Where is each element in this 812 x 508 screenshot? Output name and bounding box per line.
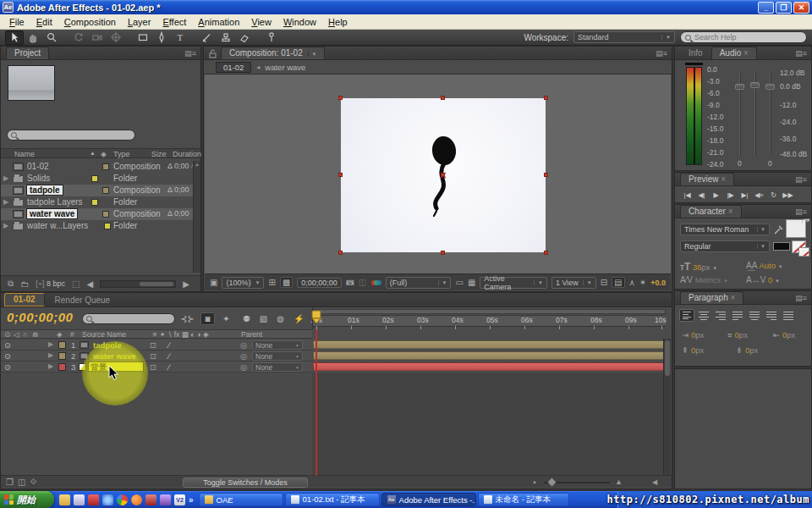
tab-timeline-comp[interactable]: 01-02 (4, 293, 45, 306)
quality-switch[interactable]: ∕ (168, 340, 170, 350)
scroll-left-icon[interactable]: ◀ (652, 478, 657, 486)
folder-quicklaunch-icon[interactable] (59, 494, 70, 505)
breadcrumb-current[interactable]: 01-02 (216, 62, 251, 73)
camera-select[interactable]: Active Camera▼ (480, 277, 547, 289)
panel-menu-icon[interactable]: ▤≡ (795, 294, 807, 302)
align-right-button[interactable] (713, 309, 728, 322)
black-swatch[interactable] (773, 242, 790, 251)
layer-bar-water-wave[interactable] (313, 351, 664, 360)
project-row-selected[interactable]: water wave Composition Δ 0;00 (1, 208, 200, 220)
selection-handle[interactable] (544, 96, 548, 100)
channels-icon[interactable] (370, 279, 381, 287)
audio-slider-value[interactable]: 0 (768, 159, 772, 168)
label-chip[interactable] (58, 352, 66, 360)
quicklaunch-overflow-chevron[interactable]: » (189, 495, 194, 505)
expand-layer-switches-icon[interactable]: ❐ (6, 478, 14, 487)
parent-select[interactable]: None▼ (252, 351, 303, 361)
hide-shy-layers-icon[interactable]: ⚉ (239, 312, 254, 325)
justify-last-right-button[interactable] (764, 309, 779, 322)
parent-select[interactable]: None▼ (252, 340, 303, 350)
align-left-button[interactable] (679, 309, 694, 322)
menu-effect[interactable]: Effect (156, 16, 192, 28)
expand-arrow-icon[interactable]: ▶ (48, 362, 53, 370)
media-player-icon[interactable] (88, 494, 99, 505)
breadcrumb-linked[interactable]: water wave (265, 63, 305, 72)
safe-zones-icon[interactable]: ▩ (280, 277, 293, 288)
menu-layer[interactable]: Layer (122, 16, 157, 28)
label-chip[interactable] (58, 341, 66, 349)
selection-handle[interactable] (338, 96, 343, 100)
label-swatch[interactable] (102, 187, 109, 194)
composition-canvas[interactable] (341, 98, 546, 252)
space-after-field[interactable]: ⇟0px (736, 345, 758, 355)
label-swatch[interactable] (102, 163, 109, 170)
flowchart-icon[interactable]: ⋏ (629, 278, 635, 287)
interpret-footage-icon[interactable]: ⧉ (8, 279, 14, 289)
taskbar-button-oae[interactable]: OAE (199, 493, 283, 506)
expand-inout-icon[interactable]: ⟐ (30, 477, 36, 487)
tab-paragraph[interactable]: Paragraph × (680, 291, 743, 304)
parent-pickwhip-icon[interactable]: ◎ (240, 351, 247, 361)
zoom-slider-handle[interactable] (548, 478, 557, 487)
project-bpc[interactable]: [⌁] 8 bpc (36, 279, 65, 288)
close-button[interactable]: ✕ (793, 2, 809, 14)
app-icon-red[interactable] (145, 494, 156, 505)
layer-row-2[interactable]: ⊙ ▶ 2 water wave ⊡ ∕ ◎ None▼ (1, 351, 312, 362)
eye-icon[interactable]: ⊙ (4, 340, 11, 350)
minimize-button[interactable]: _ (758, 2, 774, 14)
justify-last-left-button[interactable] (730, 309, 745, 322)
swap-colors-icon[interactable] (800, 217, 810, 227)
puppet-pin-tool-icon[interactable] (262, 30, 281, 45)
indent-left-field[interactable]: ⇥0px (682, 330, 704, 340)
menu-file[interactable]: FFileile (3, 16, 30, 28)
clone-stamp-tool-icon[interactable] (217, 30, 235, 45)
label-column-icon[interactable]: ◈ (57, 330, 63, 339)
selection-tool-icon[interactable] (5, 30, 24, 45)
parent-pickwhip-icon[interactable]: ◎ (240, 340, 247, 350)
brush-tool-icon[interactable] (198, 30, 217, 45)
audio-slider-knob[interactable] (765, 84, 775, 90)
tab-character[interactable]: Character × (680, 205, 742, 218)
project-hscrollbar[interactable] (100, 280, 176, 288)
solo-column-icon[interactable]: ○ (23, 330, 27, 339)
playhead-line[interactable] (315, 329, 317, 476)
v2-app-icon[interactable]: V2 (174, 494, 185, 505)
taskbar-button-notepad2[interactable]: 未命名 - 記事本 (478, 493, 569, 506)
panel-menu-icon[interactable]: ▤≡ (795, 175, 807, 184)
workspace-select[interactable]: Standard ▼ (573, 31, 675, 43)
playhead[interactable] (310, 309, 322, 331)
layer-bar-tadpole[interactable] (313, 340, 664, 349)
column-type[interactable]: Type (113, 150, 130, 158)
project-row[interactable]: 01-02 Composition Δ 0;00 ⋏ (1, 161, 200, 173)
justify-last-center-button[interactable] (747, 309, 762, 322)
first-line-indent-field[interactable]: ≡0px (727, 330, 748, 340)
camera-tool-icon[interactable] (88, 30, 107, 45)
number-column[interactable]: # (70, 330, 74, 339)
zoom-tool-icon[interactable] (42, 30, 61, 45)
selection-handle[interactable] (544, 251, 548, 255)
viewer-timecode[interactable]: 0;00;00;00 (297, 278, 342, 288)
font-family-select[interactable]: Times New Roman▼ (680, 224, 770, 235)
motion-blur-icon[interactable]: ◍ (273, 312, 288, 325)
selection-handle[interactable] (338, 251, 343, 255)
panel-menu-icon[interactable]: ▤≡ (795, 207, 807, 216)
live-update-icon[interactable]: ◙ (200, 312, 215, 325)
label-swatch[interactable] (91, 199, 98, 206)
pan-behind-tool-icon[interactable] (107, 30, 125, 45)
timeline-search-input[interactable] (95, 315, 167, 323)
parent-pickwhip-icon[interactable]: ◎ (240, 362, 247, 372)
eraser-tool-icon[interactable] (235, 30, 254, 45)
draft-3d-icon[interactable]: ✦ (219, 312, 233, 325)
project-search-input[interactable] (19, 131, 121, 140)
no-color-swatch[interactable] (798, 247, 809, 257)
quality-switch[interactable]: ∕ (168, 351, 170, 361)
panel-menu-icon[interactable]: ▤≡ (656, 49, 667, 58)
menu-help[interactable]: Help (322, 16, 354, 28)
layer-bar-solid[interactable] (313, 362, 664, 371)
label-swatch[interactable] (102, 211, 109, 218)
selection-handle[interactable] (544, 173, 548, 177)
taskbar-button-after-effects[interactable]: Ae Adobe After Effects -... (381, 493, 476, 506)
layer-row-1[interactable]: ⊙ ▶ 1 tadpole ⊡ ∕ ◎ None▼ (1, 340, 312, 351)
view-count-select[interactable]: 1 View▼ (551, 277, 596, 289)
scroll-left-icon[interactable]: ◀ (87, 279, 94, 289)
